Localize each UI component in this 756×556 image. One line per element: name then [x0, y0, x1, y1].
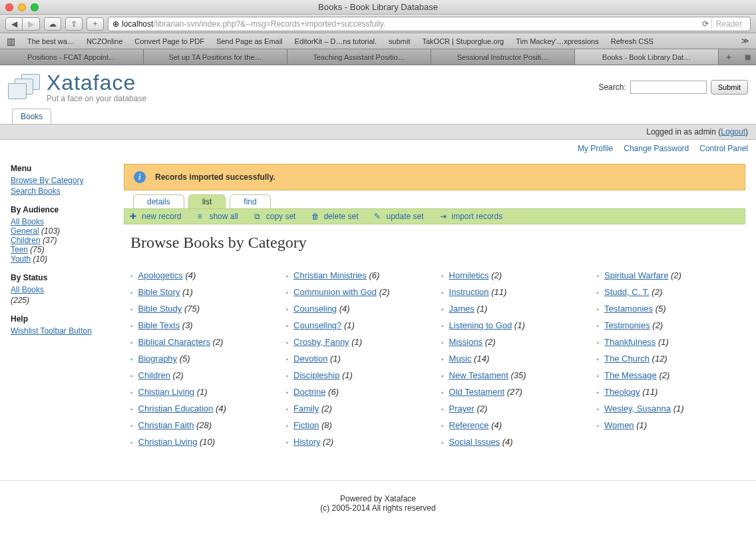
category-link[interactable]: Music	[449, 354, 472, 364]
bookmark-item[interactable]: Tim Mackey'…xpressions	[516, 37, 599, 45]
icloud-button[interactable]: ☁	[44, 17, 61, 31]
category-count: (2)	[321, 437, 334, 447]
category-link[interactable]: History	[293, 437, 320, 447]
sidebar-browse-category[interactable]: Browse By Category	[11, 176, 110, 185]
action-import-records[interactable]: ⇥import records	[440, 212, 503, 221]
category-link[interactable]: Communion with God	[293, 287, 377, 297]
category-link[interactable]: New Testament	[449, 370, 508, 380]
logo[interactable]: Xataface Put a face on your database	[8, 71, 146, 103]
browser-toolbar: ◀ ▶ ☁ ⇪ ＋ ⊕ localhost/librarian-svn/inde…	[0, 15, 756, 33]
user-link[interactable]: My Profile	[578, 144, 613, 153]
category-link[interactable]: Thankfulness	[604, 337, 656, 347]
action-new-record[interactable]: ✚new record	[130, 212, 181, 221]
category-link[interactable]: Reference	[449, 420, 489, 430]
bookmark-item[interactable]: submit	[389, 37, 410, 45]
category-link[interactable]: Studd, C. T.	[604, 287, 650, 297]
category-link[interactable]: Theology	[604, 387, 640, 397]
category-link[interactable]: Bible Story	[138, 287, 180, 297]
category-link[interactable]: Apologetics	[138, 270, 183, 280]
browser-tab[interactable]: Positions - FCAT Appoint…	[0, 49, 144, 65]
bookmark-item[interactable]: Convert Page to PDF	[134, 37, 204, 45]
bookmark-item[interactable]: NCZOnline	[87, 37, 122, 45]
sidebar-search-books[interactable]: Search Books	[11, 186, 110, 196]
category-link[interactable]: Doctrine	[293, 387, 325, 397]
forward-button[interactable]: ▶	[23, 17, 40, 31]
action-delete-set[interactable]: 🗑delete set	[311, 212, 358, 221]
search-submit-button[interactable]	[711, 80, 748, 95]
category-link[interactable]: Old Testament	[449, 387, 505, 397]
back-button[interactable]: ◀	[5, 17, 23, 31]
category-link[interactable]: Missions	[449, 337, 483, 347]
category-link[interactable]: Christian Living	[138, 437, 198, 447]
add-button[interactable]: ＋	[87, 17, 104, 31]
category-count: (2)	[489, 270, 502, 280]
browser-tab[interactable]: Set up TA Positions for the…	[144, 49, 287, 65]
category-link[interactable]: Christian Faith	[138, 420, 194, 430]
tab-books[interactable]: Books	[12, 109, 51, 124]
sidebar-wishlist[interactable]: Wishlist Toolbar Button	[11, 326, 110, 336]
action-copy-set[interactable]: ⧉copy set	[254, 212, 296, 221]
bookmark-item[interactable]: Refresh CSS	[611, 37, 654, 45]
category-link[interactable]: Women	[604, 420, 634, 430]
category-link[interactable]: Social Issues	[449, 437, 500, 447]
category-link[interactable]: Fiction	[293, 420, 319, 430]
category-link[interactable]: James	[449, 304, 474, 314]
category-link[interactable]: Bible Study	[138, 304, 182, 314]
reload-icon[interactable]: ⟳	[702, 19, 709, 29]
category-link[interactable]: Counseling	[293, 304, 337, 314]
category-link[interactable]: Discipleship	[293, 370, 339, 380]
sidebar-status-all[interactable]: All Books	[11, 285, 110, 294]
sidebar-audience-item[interactable]: Children	[11, 236, 41, 245]
category-link[interactable]: Instruction	[449, 287, 489, 297]
bookmark-item[interactable]: TakOCR | Stuporglue.org	[422, 37, 504, 45]
category-link[interactable]: The Message	[604, 370, 657, 380]
category-link[interactable]: The Church	[604, 354, 650, 364]
category-count: (4)	[489, 420, 502, 430]
browser-tab[interactable]: Sessional Instructor Positi…	[431, 49, 575, 65]
viewtab-details[interactable]: details	[133, 194, 184, 208]
share-button[interactable]: ⇪	[65, 17, 83, 31]
action-update-set[interactable]: ✎update set	[374, 212, 423, 221]
category-link[interactable]: Christian Ministries	[293, 270, 367, 280]
category-link[interactable]: Testamonies	[604, 304, 653, 314]
category-link[interactable]: Biblical Characters	[138, 337, 210, 347]
bookmarks-overflow[interactable]: ≫	[741, 37, 749, 45]
bookmark-item[interactable]: EditorKit – D…ns tutorial.	[295, 37, 377, 45]
category-link[interactable]: Spiritual Warfare	[604, 270, 668, 280]
bookmarks-menu-icon[interactable]: ▥	[7, 36, 15, 47]
sidebar-audience-item[interactable]: Teen	[11, 245, 28, 254]
category-link[interactable]: Biography	[138, 354, 178, 364]
viewtab-find[interactable]: find	[230, 194, 270, 208]
address-bar[interactable]: ⊕ localhost/librarian-svn/index.php?&--m…	[108, 17, 751, 31]
category-link[interactable]: Prayer	[449, 404, 474, 414]
category-link[interactable]: Family	[293, 404, 319, 414]
category-link[interactable]: Counsellng?	[293, 320, 341, 330]
category-link[interactable]: Testimonies	[604, 320, 650, 330]
sidebar-audience-item[interactable]: Youth	[11, 254, 31, 264]
user-link[interactable]: Change Password	[624, 144, 689, 153]
user-link[interactable]: Control Panel	[699, 144, 748, 153]
browser-tab[interactable]: Teaching Assistant Positio…	[287, 49, 431, 65]
category-link[interactable]: Homiletics	[449, 270, 489, 280]
search-input[interactable]	[630, 81, 707, 94]
category-link[interactable]: Devotion	[293, 354, 327, 364]
category-item: Music (14)	[441, 354, 584, 364]
browser-tab[interactable]: Books - Book Library Dat…	[575, 49, 719, 65]
bookmark-item[interactable]: The best wa…	[27, 37, 75, 45]
category-link[interactable]: Chistian Living	[138, 387, 195, 397]
action-show-all[interactable]: ≡show all	[197, 212, 238, 221]
sidebar-audience-item[interactable]: General	[11, 226, 39, 236]
logout-link[interactable]: Logout	[721, 127, 745, 137]
category-link[interactable]: Crosby, Fanny	[293, 337, 349, 347]
category-link[interactable]: Children	[138, 370, 170, 380]
category-link[interactable]: Listening to God	[449, 320, 512, 330]
sidebar-audience-item[interactable]: All Books	[11, 217, 44, 226]
new-tab-button[interactable]: ＋	[719, 49, 739, 65]
category-link[interactable]: Christian Education	[138, 404, 214, 414]
bookmark-item[interactable]: Send Page as Email	[216, 37, 283, 45]
tab-overview-button[interactable]: ▦	[739, 49, 756, 65]
category-link[interactable]: Wesley, Susanna	[604, 404, 671, 414]
viewtab-list[interactable]: list	[188, 194, 226, 208]
reader-button[interactable]: Reader	[711, 19, 746, 29]
category-link[interactable]: Bible Texts	[138, 320, 180, 330]
